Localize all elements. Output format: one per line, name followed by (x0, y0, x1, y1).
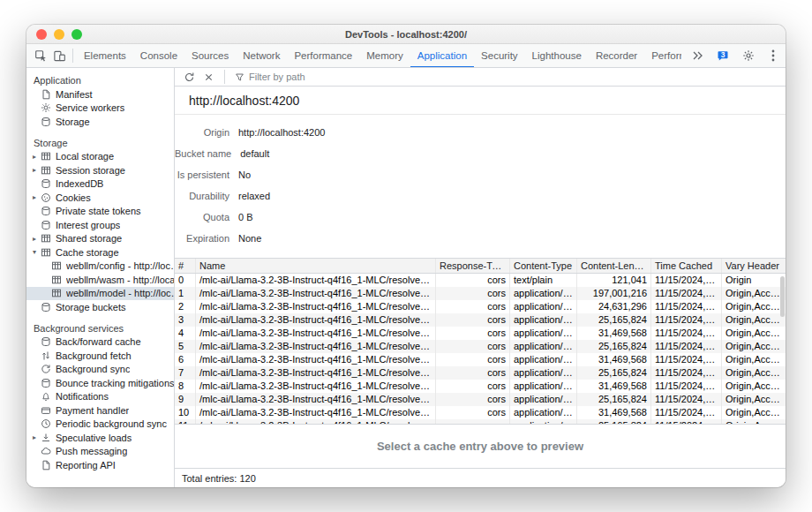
filter-by-path-input[interactable]: Filter by path (235, 72, 305, 82)
entries-footer: Total entries: 120 (175, 468, 786, 487)
metadata-row-origin: Originhttp://localhost:4200 (175, 122, 786, 143)
metadata-label: Origin (175, 127, 229, 138)
table-row[interactable]: 9/mlc-ai/Llama-3.2-3B-Instruct-q4f16_1-M… (175, 393, 786, 406)
table-scrollbar[interactable] (780, 276, 785, 317)
sidebar-item-label: Shared storage (56, 233, 122, 244)
sidebar-item-interest-groups[interactable]: Interest groups (26, 218, 174, 232)
sidebar-item-payment-handler[interactable]: Payment handler (26, 403, 174, 418)
zoom-window-button[interactable] (71, 29, 82, 40)
tab-console[interactable]: Console (133, 44, 184, 68)
origin-title: http://localhost:4200 (175, 87, 786, 115)
table-row[interactable]: 6/mlc-ai/Llama-3.2-3B-Instruct-q4f16_1-M… (175, 353, 786, 366)
table-row[interactable]: 7/mlc-ai/Llama-3.2-3B-Instruct-q4f16_1-M… (175, 366, 786, 380)
table-row[interactable]: 11/mlc-ai/Llama-3.2-3B-Instruct-q4f16_1-… (175, 419, 786, 424)
titlebar[interactable]: DevTools - localhost:4200/ (26, 25, 786, 44)
database-icon (41, 178, 51, 189)
column-header-content-length[interactable]: Content-Length (577, 259, 651, 273)
chevron-down-icon[interactable]: ▾ (31, 248, 38, 256)
tab-performance-insights[interactable]: Performance insights (644, 44, 681, 68)
cell-content-type: application/oc… (510, 419, 577, 424)
sidebar-item-webllm-wasm-http-loca[interactable]: webllm/wasm - http://loca… (26, 273, 174, 287)
sidebar-item-reporting-api[interactable]: Reporting API (26, 458, 174, 472)
sidebar-item-label: Speculative loads (56, 433, 132, 443)
tab-elements[interactable]: Elements (77, 44, 133, 68)
metadata-label: Bucket name (175, 148, 231, 159)
column-header-time-cached[interactable]: Time Cached (651, 259, 722, 273)
column-header-name[interactable]: Name (196, 259, 436, 273)
table-row[interactable]: 4/mlc-ai/Llama-3.2-3B-Instruct-q4f16_1-M… (175, 327, 786, 340)
cell-time-cached: 11/15/2024, 10… (651, 366, 722, 380)
close-window-button[interactable] (36, 29, 47, 40)
cell-response-type: cors (436, 274, 510, 287)
sidebar-item-back-forward-cache[interactable]: Back/forward cache (26, 335, 174, 350)
sidebar-item-cookies[interactable]: ▸Cookies (26, 191, 174, 205)
inspect-element-icon[interactable] (32, 45, 50, 66)
chevron-right-icon[interactable]: ▸ (31, 166, 38, 174)
sidebar-item-manifest[interactable]: Manifest (26, 87, 174, 102)
column-header-num[interactable]: # (175, 259, 196, 273)
sidebar-item-speculative-loads[interactable]: ▸Speculative loads (26, 431, 174, 445)
sidebar-item-background-fetch[interactable]: Background fetch (26, 349, 174, 363)
sidebar-item-session-storage[interactable]: ▸Session storage (26, 163, 174, 177)
cell-content-length: 31,469,568 (577, 327, 651, 340)
tab-label: Application (417, 50, 467, 61)
sidebar-item-private-state-tokens[interactable]: Private state tokens (26, 205, 174, 219)
cell-num: 3 (175, 313, 196, 327)
cache-table-body: 0/mlc-ai/Llama-3.2-3B-Instruct-q4f16_1-M… (175, 274, 786, 424)
tab-memory[interactable]: Memory (359, 44, 410, 68)
tab-performance[interactable]: Performance (287, 44, 359, 68)
more-options-icon[interactable] (768, 45, 778, 66)
refresh-icon[interactable] (182, 70, 196, 84)
sync-icon (41, 364, 51, 374)
table-row[interactable]: 0/mlc-ai/Llama-3.2-3B-Instruct-q4f16_1-M… (175, 274, 786, 287)
metadata-row-is-persistent: Is persistentNo (175, 164, 786, 185)
tab-network[interactable]: Network (236, 44, 287, 68)
sidebar-item-notifications[interactable]: Notifications (26, 390, 174, 404)
device-toolbar-icon[interactable] (50, 45, 69, 66)
tab-lighthouse[interactable]: Lighthouse (525, 44, 589, 68)
chevron-right-icon[interactable]: ▸ (31, 153, 38, 161)
sidebar-item-webllm-config-http-loc[interactable]: webllm/config - http://loc… (26, 260, 174, 274)
sidebar-item-storage[interactable]: Storage (26, 115, 174, 129)
metadata-label: Expiration (175, 233, 229, 244)
column-header-response-type[interactable]: Response-Type (436, 259, 510, 273)
sidebar-item-background-sync[interactable]: Background sync (26, 363, 174, 377)
download-icon (41, 433, 51, 443)
table-row[interactable]: 1/mlc-ai/Llama-3.2-3B-Instruct-q4f16_1-M… (175, 287, 786, 300)
sidebar-item-label: Interest groups (56, 220, 120, 230)
tab-security[interactable]: Security (474, 44, 525, 68)
column-header-content-type[interactable]: Content-Type (510, 259, 577, 273)
sidebar-item-cache-storage[interactable]: ▾Cache storage (26, 245, 174, 260)
minimize-window-button[interactable] (54, 29, 64, 40)
tab-sources[interactable]: Sources (184, 44, 236, 68)
sidebar-item-label: Manifest (56, 89, 93, 100)
sidebar-item-indexeddb[interactable]: IndexedDB (26, 177, 174, 192)
delete-selected-icon[interactable] (202, 71, 214, 83)
sidebar-item-local-storage[interactable]: ▸Local storage (26, 150, 174, 164)
tab-label: Sources (192, 50, 229, 61)
table-row[interactable]: 3/mlc-ai/Llama-3.2-3B-Instruct-q4f16_1-M… (175, 313, 786, 327)
cell-name: /mlc-ai/Llama-3.2-3B-Instruct-q4f16_1-ML… (196, 327, 436, 340)
chevron-right-icon[interactable]: ▸ (31, 235, 38, 243)
tab-recorder[interactable]: Recorder (589, 44, 644, 68)
more-tabs-icon[interactable] (687, 45, 708, 66)
sidebar-item-bounce-tracking-mitigations[interactable]: Bounce tracking mitigations (26, 376, 174, 390)
table-row[interactable]: 5/mlc-ai/Llama-3.2-3B-Instruct-q4f16_1-M… (175, 340, 786, 353)
sidebar-item-push-messaging[interactable]: Push messaging (26, 445, 174, 459)
messages-badge[interactable]: 3 (717, 50, 729, 62)
tab-application[interactable]: Application (410, 44, 474, 68)
cell-content-length: 25,165,824 (577, 366, 651, 380)
sidebar-item-storage-buckets[interactable]: Storage buckets (26, 300, 174, 314)
sidebar-item-service-workers[interactable]: Service workers (26, 102, 174, 116)
sidebar-item-periodic-background-sync[interactable]: Periodic background sync (26, 418, 174, 432)
sidebar-item-webllm-model-http-loc[interactable]: webllm/model - http://loc… (26, 287, 174, 301)
metadata-label: Durability (175, 191, 229, 201)
table-row[interactable]: 2/mlc-ai/Llama-3.2-3B-Instruct-q4f16_1-M… (175, 300, 786, 313)
table-row[interactable]: 10/mlc-ai/Llama-3.2-3B-Instruct-q4f16_1-… (175, 406, 786, 419)
table-row[interactable]: 8/mlc-ai/Llama-3.2-3B-Instruct-q4f16_1-M… (175, 380, 786, 393)
sidebar-item-shared-storage[interactable]: ▸Shared storage (26, 232, 174, 246)
chevron-right-icon[interactable]: ▸ (31, 433, 38, 441)
chevron-right-icon[interactable]: ▸ (31, 193, 38, 201)
column-header-vary-header[interactable]: Vary Header (722, 259, 786, 273)
settings-gear-icon[interactable] (738, 45, 759, 66)
